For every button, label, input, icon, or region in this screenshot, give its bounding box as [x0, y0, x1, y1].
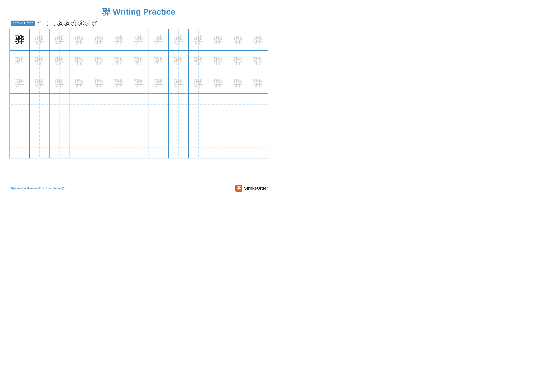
footer-logo: 字 StrokeOrder	[235, 185, 268, 192]
grid-cell[interactable]	[29, 137, 50, 158]
grid-cell[interactable]	[49, 115, 69, 137]
grid-cell[interactable]: 骅	[49, 72, 69, 94]
grid-cell[interactable]: 骅	[49, 50, 69, 72]
grid-cell[interactable]: 骅	[69, 29, 89, 50]
grid-cell[interactable]: 骅	[29, 29, 50, 50]
grid-cell[interactable]	[109, 137, 129, 158]
grid-cell[interactable]: 骅	[10, 29, 29, 50]
grid-cell[interactable]: 骅	[49, 29, 69, 50]
grid-cell[interactable]: 骅	[248, 29, 268, 50]
grid-cell[interactable]: 骅	[189, 29, 208, 50]
grid-cell[interactable]	[109, 94, 129, 115]
cell-char: 骅	[234, 57, 243, 66]
grid-cell[interactable]	[168, 115, 189, 137]
grid-cell[interactable]	[149, 115, 169, 137]
grid-cell[interactable]	[149, 137, 169, 158]
grid-cell[interactable]	[109, 115, 129, 137]
cell-char: 骅	[55, 78, 64, 87]
cell-char: 骅	[174, 35, 183, 44]
cell-char: 骅	[134, 78, 143, 87]
page: 骅 Writing Practice Stroke Order ㇀ 马 马 驭 …	[0, 0, 278, 196]
grid-cell[interactable]: 骅	[29, 72, 50, 94]
grid-cell[interactable]: 骅	[109, 50, 129, 72]
cell-char: 骅	[154, 35, 163, 44]
grid-cell[interactable]	[89, 115, 109, 137]
cell-char: 骅	[174, 78, 183, 87]
stroke-7: 驼	[78, 20, 84, 26]
page-title: 骅 Writing Practice	[9, 6, 268, 17]
grid-cell[interactable]	[89, 137, 109, 158]
grid-cell[interactable]	[49, 137, 69, 158]
grid-cell[interactable]: 骅	[69, 50, 89, 72]
grid-cell[interactable]: 骅	[10, 50, 29, 72]
grid-cell[interactable]	[228, 94, 248, 115]
stroke-2: 马	[43, 20, 49, 26]
grid-cell[interactable]	[89, 94, 109, 115]
grid-cell[interactable]: 骅	[10, 72, 29, 94]
grid-cell[interactable]: 骅	[168, 50, 189, 72]
grid-cell[interactable]	[168, 137, 189, 158]
cell-char: 骅	[114, 78, 124, 87]
cell-char: 骅	[95, 57, 104, 66]
grid-cell[interactable]: 骅	[168, 29, 189, 50]
grid-cell[interactable]	[10, 137, 29, 158]
grid-cell[interactable]	[168, 94, 189, 115]
grid-cell[interactable]	[129, 94, 149, 115]
grid-cell[interactable]: 骅	[109, 29, 129, 50]
grid-cell[interactable]: 骅	[248, 50, 268, 72]
grid-cell[interactable]: 骅	[208, 72, 228, 94]
cell-char: 骅	[253, 78, 263, 87]
grid-cell[interactable]	[248, 115, 268, 137]
grid-cell[interactable]: 骅	[149, 29, 169, 50]
grid-cell[interactable]: 骅	[189, 50, 208, 72]
grid-cell[interactable]	[69, 115, 89, 137]
grid-cell[interactable]: 骅	[129, 29, 149, 50]
grid-cell[interactable]	[228, 137, 248, 158]
grid-cell[interactable]	[208, 137, 228, 158]
grid-cell[interactable]	[129, 137, 149, 158]
grid-cell[interactable]: 骅	[228, 72, 248, 94]
grid-cell[interactable]	[69, 94, 89, 115]
grid-cell[interactable]: 骅	[208, 50, 228, 72]
grid-cell[interactable]	[10, 115, 29, 137]
grid-cell[interactable]: 骅	[228, 50, 248, 72]
stroke-4: 驭	[57, 20, 63, 26]
grid-cell[interactable]: 骅	[129, 50, 149, 72]
grid-cell[interactable]	[189, 94, 208, 115]
grid-cell[interactable]	[228, 115, 248, 137]
grid-cell[interactable]	[189, 115, 208, 137]
grid-cell[interactable]	[29, 115, 50, 137]
grid-cell[interactable]	[248, 137, 268, 158]
stroke-9: 骅	[92, 20, 98, 26]
grid-cell[interactable]: 骅	[149, 50, 169, 72]
grid-cell[interactable]: 骅	[89, 72, 109, 94]
grid-cell[interactable]	[189, 137, 208, 158]
grid-cell[interactable]	[49, 94, 69, 115]
grid-cell[interactable]	[208, 94, 228, 115]
grid-cell[interactable]: 骅	[29, 50, 50, 72]
grid-cell[interactable]	[129, 115, 149, 137]
grid-cell[interactable]: 骅	[189, 72, 208, 94]
grid-cell[interactable]: 骅	[69, 72, 89, 94]
grid-cell[interactable]	[208, 115, 228, 137]
grid-cell[interactable]: 骅	[89, 29, 109, 50]
practice-grid: 骅骅骅骅骅骅骅骅骅骅骅骅骅骅骅骅骅骅骅骅骅骅骅骅骅骅骅骅骅骅骅骅骅骅骅骅骅骅骅	[9, 29, 268, 158]
grid-cell[interactable]: 骅	[109, 72, 129, 94]
cell-char: 骅	[15, 57, 24, 66]
grid-cell[interactable]	[69, 137, 89, 158]
grid-cell[interactable]	[29, 94, 50, 115]
grid-cell[interactable]: 骅	[149, 72, 169, 94]
grid-cell[interactable]: 骅	[228, 29, 248, 50]
grid-cell[interactable]: 骅	[208, 29, 228, 50]
grid-cell[interactable]	[10, 94, 29, 115]
cell-char: 骅	[95, 78, 104, 87]
grid-cell[interactable]: 骅	[168, 72, 189, 94]
footer: https://www.strokeorder.com/chinese/骅 字 …	[9, 185, 268, 192]
grid-cell[interactable]	[149, 94, 169, 115]
grid-cell[interactable]: 骅	[248, 72, 268, 94]
grid-cell[interactable]: 骅	[129, 72, 149, 94]
grid-cell[interactable]	[248, 94, 268, 115]
grid-cell[interactable]: 骅	[89, 50, 109, 72]
cell-char: 骅	[15, 35, 24, 44]
stroke-6: 驸	[71, 20, 77, 26]
